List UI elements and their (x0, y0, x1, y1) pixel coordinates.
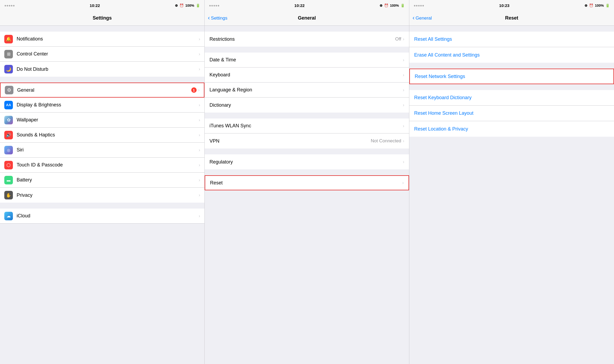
general-item-reset[interactable]: Reset › (205, 175, 409, 190)
wallpaper-right: › (199, 118, 200, 122)
general-item-keyboard[interactable]: Keyboard › (205, 68, 409, 83)
icloud-icon: ☁ (4, 212, 13, 220)
general-item-regulatory[interactable]: Regulatory › (205, 154, 409, 169)
status-left-1: ●●●●● (4, 3, 15, 8)
icloud-chevron: › (199, 214, 200, 218)
battery-chevron: › (199, 178, 200, 183)
general-item-date-time[interactable]: Date & Time › (205, 53, 409, 68)
general-chevron: › (198, 88, 200, 92)
privacy-right: › (199, 193, 200, 198)
wallpaper-icon: ✿ (4, 116, 13, 124)
general-item-restrictions[interactable]: Restrictions Off › (205, 32, 409, 47)
location-icon-3: ⊕ (584, 3, 587, 8)
settings-item-wallpaper[interactable]: ✿ Wallpaper › (0, 113, 204, 128)
reset-item-all-settings[interactable]: Reset All Settings (409, 32, 614, 47)
nav-bar-2: ‹ Settings General (205, 11, 409, 26)
battery-label-2: 100% (390, 3, 399, 8)
status-right-1: ⊕ ⏰ 100% 🔋 (175, 3, 200, 8)
icloud-right: › (199, 214, 200, 218)
notifications-icon: 🔔 (4, 35, 13, 43)
siri-right: › (199, 148, 200, 153)
language-region-label: Language & Region (209, 87, 403, 93)
display-brightness-label: Display & Brightness (17, 102, 199, 108)
reset-section-3: Reset Keyboard Dictionary Reset Home Scr… (409, 90, 614, 137)
vpn-chevron: › (403, 139, 404, 143)
erase-all-label: Erase All Content and Settings (414, 52, 480, 58)
battery-icon-item: ▬ (4, 176, 13, 184)
general-badge: 1 (191, 87, 197, 93)
back-to-settings[interactable]: ‹ Settings (208, 16, 227, 21)
reset-item-home-screen[interactable]: Reset Home Screen Layout (409, 106, 614, 121)
settings-item-icloud[interactable]: ☁ iCloud › (0, 209, 204, 224)
settings-item-notifications[interactable]: 🔔 Notifications › (0, 32, 204, 47)
carrier-label-3: ●●●●● (414, 3, 424, 8)
battery-label-3: 100% (595, 3, 604, 8)
time-3: 10:23 (499, 3, 509, 8)
reset-section-2: Reset Network Settings (409, 69, 614, 84)
general-right: 1 › (191, 87, 200, 93)
dictionary-label: Dictionary (209, 102, 403, 108)
notifications-right: › (199, 37, 200, 42)
panel-reset: ●●●●● 10:23 ⊕ ⏰ 100% 🔋 ‹ General Reset R… (409, 0, 614, 364)
status-left-3: ●●●●● (414, 3, 424, 8)
date-time-label: Date & Time (209, 57, 403, 63)
general-item-vpn[interactable]: VPN Not Connected › (205, 133, 409, 148)
control-center-chevron: › (199, 52, 200, 57)
touch-id-right: › (199, 163, 200, 168)
status-left-2: ●●●●● (209, 3, 219, 8)
control-center-icon: ⊞ (4, 50, 13, 58)
battery-icon-2: 🔋 (400, 3, 405, 8)
control-center-right: › (199, 52, 200, 57)
reset-item-keyboard-dictionary[interactable]: Reset Keyboard Dictionary (409, 90, 614, 106)
siri-chevron: › (199, 148, 200, 153)
itunes-wlan-label: iTunes WLAN Sync (209, 123, 403, 129)
settings-item-display-brightness[interactable]: AA Display & Brightness › (0, 98, 204, 113)
reset-item-erase-all[interactable]: Erase All Content and Settings (409, 47, 614, 63)
touch-id-label: Touch ID & Passcode (17, 162, 199, 168)
general-label: General (17, 87, 191, 93)
reset-section-1: Reset All Settings Erase All Content and… (409, 32, 614, 63)
battery-icon-1: 🔋 (196, 3, 200, 8)
settings-item-general[interactable]: ⚙ General 1 › (0, 83, 204, 98)
privacy-label: Privacy (17, 192, 199, 198)
reset-item-network[interactable]: Reset Network Settings (409, 69, 614, 84)
battery-label-1: 100% (185, 3, 194, 8)
time-2: 10:22 (294, 3, 304, 8)
reset-label: Reset (210, 180, 402, 186)
general-item-itunes-wlan[interactable]: iTunes WLAN Sync › (205, 118, 409, 133)
notifications-chevron: › (199, 37, 200, 42)
back-to-general[interactable]: ‹ General (413, 16, 432, 21)
vpn-value: Not Connected (371, 138, 401, 144)
reset-keyboard-label: Reset Keyboard Dictionary (414, 95, 472, 101)
general-item-language-region[interactable]: Language & Region › (205, 83, 409, 98)
general-item-dictionary[interactable]: Dictionary › (205, 98, 409, 113)
reset-network-label: Reset Network Settings (415, 74, 465, 79)
settings-item-sounds-haptics[interactable]: 🔊 Sounds & Haptics › (0, 128, 204, 143)
wallpaper-chevron: › (199, 118, 200, 122)
general-section-5: Reset › (205, 175, 409, 190)
battery-icon-3: 🔋 (605, 3, 610, 8)
back-arrow-2: ‹ (208, 15, 210, 21)
settings-item-battery[interactable]: ▬ Battery › (0, 173, 204, 188)
reset-location-privacy-label: Reset Location & Privacy (414, 126, 468, 132)
settings-item-privacy[interactable]: ✋ Privacy › (0, 188, 204, 203)
reset-item-location-privacy[interactable]: Reset Location & Privacy (409, 121, 614, 137)
siri-label: Siri (17, 147, 199, 153)
sounds-haptics-right: › (199, 133, 200, 138)
status-bar-1: ●●●●● 10:22 ⊕ ⏰ 100% 🔋 (0, 0, 204, 11)
carrier-label-1: ●●●●● (4, 3, 15, 8)
status-bar-3: ●●●●● 10:23 ⊕ ⏰ 100% 🔋 (409, 0, 614, 11)
regulatory-chevron: › (403, 159, 404, 164)
settings-item-do-not-disturb[interactable]: 🌙 Do Not Disturb › (0, 62, 204, 77)
alarm-icon-2: ⏰ (384, 3, 388, 8)
settings-item-siri[interactable]: ◎ Siri › (0, 143, 204, 158)
sounds-haptics-chevron: › (199, 133, 200, 138)
battery-right: › (199, 178, 200, 183)
touch-id-chevron: › (199, 163, 200, 168)
back-label-2: Settings (211, 16, 227, 21)
icloud-label: iCloud (17, 213, 199, 219)
settings-item-control-center[interactable]: ⊞ Control Center › (0, 47, 204, 62)
settings-item-touch-id[interactable]: ⬡ Touch ID & Passcode › (0, 158, 204, 173)
status-right-2: ⊕ ⏰ 100% 🔋 (380, 3, 405, 8)
touch-id-icon: ⬡ (4, 161, 13, 169)
